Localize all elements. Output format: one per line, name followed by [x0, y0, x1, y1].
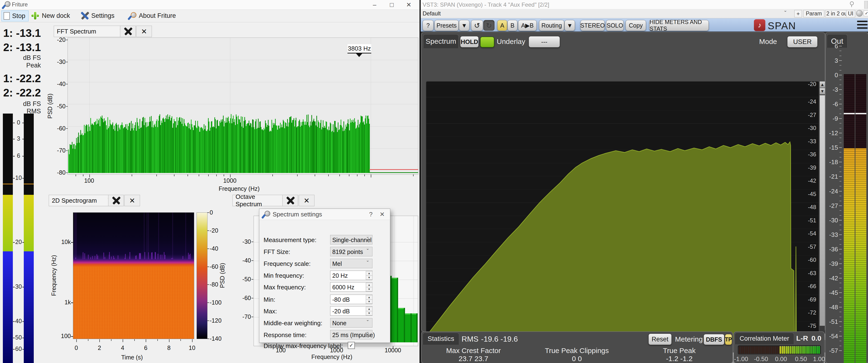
help-button[interactable]: ? [423, 20, 434, 31]
dialog-close-button[interactable]: ✕ [379, 211, 385, 218]
fft-dock-selector[interactable]: FFT Spectrum ˇ [54, 26, 125, 37]
scroll-up-icon[interactable]: ▲ [819, 81, 825, 88]
spectrogram-close-button[interactable]: ✕ [124, 195, 140, 206]
spectrum-color-button[interactable] [480, 37, 494, 47]
ab-b-button[interactable]: B [507, 20, 518, 31]
undo-button[interactable]: ↺ [471, 20, 483, 31]
streak [147, 212, 147, 259]
octave-settings-button[interactable] [282, 195, 298, 206]
octave-bar [398, 308, 405, 342]
tick-mark [328, 174, 329, 176]
spin-down-icon[interactable]: ▼ [366, 287, 372, 292]
fft-close-button[interactable]: ✕ [136, 26, 152, 37]
correlation-mode[interactable]: L-R [796, 334, 808, 342]
scroll-down-icon[interactable]: ▼ [819, 88, 825, 95]
dialog-combo[interactable]: 25 ms (Impulse) [330, 330, 372, 339]
dbfs-button[interactable]: DBFS [704, 334, 724, 345]
spike [103, 253, 104, 259]
spin-down-icon[interactable]: ▼ [366, 275, 372, 280]
hide-meters-button[interactable]: HIDE METERS AND STATS [649, 20, 709, 31]
dialog-help-button[interactable]: ? [369, 211, 372, 218]
tick-mark [22, 242, 24, 243]
preset-chevron-icon[interactable]: ˇ [784, 9, 786, 17]
stereo-button[interactable]: STEREO [581, 20, 604, 31]
hold-button[interactable]: HOLD [460, 36, 479, 47]
span-db-label: -51 [797, 217, 816, 224]
chevron-down-icon: ˇ [367, 236, 369, 242]
tick-mark [208, 174, 209, 176]
spike [183, 256, 183, 259]
friture-toolbar: Stop New dock Settings About Friture [0, 10, 420, 22]
spectrogram-settings-button[interactable] [108, 195, 124, 206]
tab-spectrum[interactable]: Spectrum [423, 34, 459, 48]
fft-settings-button[interactable] [120, 26, 136, 37]
spin-down-icon[interactable]: ▼ [366, 311, 372, 316]
out-meter-left [844, 74, 855, 363]
minimize-button[interactable]: – [366, 0, 383, 9]
tick-mark [89, 174, 90, 177]
tick-mark [839, 268, 841, 269]
octave-y-tick: -30 [230, 238, 251, 245]
tab-correlation-meter[interactable]: Correlation Meter [735, 333, 794, 344]
stop-button[interactable]: Stop [1, 10, 29, 21]
correlation-scale-label: -0.50 [751, 355, 771, 363]
param-button[interactable]: Param [803, 10, 824, 18]
reset-button[interactable]: Reset [648, 334, 672, 345]
tick-mark [839, 113, 841, 114]
dialog-combo[interactable]: Single-channel [330, 235, 372, 244]
about-button[interactable]: About Friture [126, 10, 178, 21]
v-scrollbar[interactable]: ▲ ▼ ▼ [819, 81, 825, 340]
v-scroll-thumb[interactable] [819, 95, 825, 326]
dialog-combo[interactable]: None [330, 318, 372, 328]
spin-up-icon[interactable]: ▲ [366, 283, 372, 287]
out-scale-label: -57 [825, 347, 838, 355]
tick-mark [839, 341, 841, 341]
settings-button[interactable]: Settings [79, 10, 117, 21]
solo-button[interactable]: SOLO [606, 20, 624, 31]
spike [140, 253, 141, 259]
spin-up-icon[interactable]: ▲ [366, 295, 372, 300]
knob-icon[interactable] [856, 10, 863, 16]
spectrogram-x-tick: 0 [71, 344, 81, 351]
copy-button[interactable]: Copy [626, 20, 646, 31]
preset-name[interactable]: Default [423, 10, 441, 17]
dialog-checkbox[interactable]: ✓ [348, 342, 355, 349]
dialog-row-label: FFT Size: [264, 248, 290, 256]
preset-add-button[interactable]: + [794, 10, 802, 18]
chevron-down-icon: ˇ [367, 248, 369, 255]
a-to-b-button[interactable]: A▶B [518, 20, 537, 31]
spin-up-icon[interactable]: ▲ [366, 307, 372, 311]
presets-dropdown-icon[interactable]: ▼ [459, 20, 469, 31]
dialog-combo[interactable]: Mel [330, 259, 372, 268]
new-dock-button[interactable]: New dock [29, 10, 72, 21]
mode-value-button[interactable]: USER [787, 36, 817, 47]
spectrum-display[interactable]: -20-24-27-30-33-36-39-42-45-48-51-54-57-… [426, 81, 819, 340]
dialog-combo[interactable]: 8192 points [330, 247, 372, 256]
peak-unit: dB FS [0, 54, 41, 62]
pin-icon[interactable] [850, 1, 854, 5]
octave-dock-selector[interactable]: Octave Spectrum ˇ [232, 195, 287, 206]
tp-button[interactable]: TP [725, 334, 732, 345]
maximize-button[interactable]: □ [383, 0, 400, 9]
routing-button[interactable]: Routing [539, 20, 564, 31]
ab-a-button[interactable]: A [497, 20, 507, 31]
ui-button[interactable]: UI [846, 10, 855, 18]
out-scale-label: -27 [825, 202, 838, 209]
underlay-select-button[interactable]: --- [529, 36, 560, 47]
spectrogram-dock-selector[interactable]: 2D Spectrogram ˇ [49, 195, 113, 206]
spin-up-icon[interactable]: ▲ [366, 271, 372, 275]
correlation-segment [747, 346, 748, 354]
octave-close-button[interactable]: ✕ [299, 195, 314, 206]
close-button[interactable]: ✕ [400, 0, 417, 9]
bypass-checkbox[interactable]: ✓ [864, 10, 868, 16]
spin-down-icon[interactable]: ▼ [366, 299, 372, 304]
menu-icon[interactable] [857, 21, 868, 30]
presets-button[interactable]: Presets [434, 20, 459, 31]
tab-statistics[interactable]: Statistics [423, 333, 459, 345]
stop-icon [4, 12, 10, 20]
routing-dropdown-icon[interactable]: ▼ [564, 20, 575, 31]
meter-tick-label: 6 [14, 152, 23, 159]
tick-mark [13, 242, 15, 243]
out-scale-label: -33 [825, 231, 838, 238]
redo-button[interactable]: ↻ [483, 20, 495, 31]
